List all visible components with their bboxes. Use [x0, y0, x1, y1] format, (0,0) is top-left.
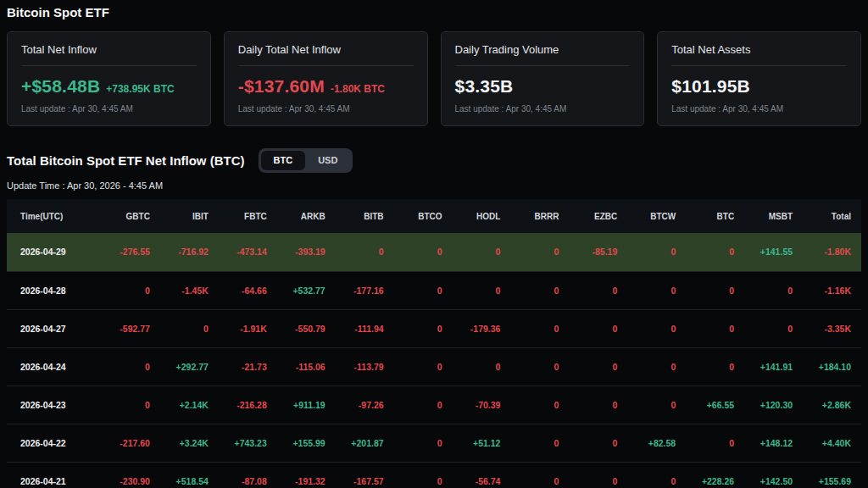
update-time: Update Time : Apr 30, 2026 - 4:45 AM: [7, 180, 861, 191]
card-daily-total-net-inflow: Daily Total Net Inflow -$137.60M -1.80K …: [224, 31, 428, 126]
card-daily-trading-volume: Daily Trading Volume $3.35B Last update …: [441, 31, 645, 126]
cell-value: 0: [686, 347, 744, 385]
toggle-btc-button[interactable]: BTC: [261, 151, 306, 170]
card-value: -$137.60M: [238, 76, 325, 97]
cell-value: 0: [744, 309, 803, 347]
column-header-btc: BTC: [686, 199, 744, 233]
cell-value: 0: [394, 385, 453, 424]
card-last-update: Last update : Apr 30, 4:45 AM: [671, 104, 847, 114]
card-title: Daily Trading Volume: [455, 43, 631, 56]
cell-value: -550.79: [277, 309, 336, 347]
column-header-hodl: HODL: [453, 199, 511, 233]
cell-value: +228.26: [686, 462, 744, 488]
cell-value: -1.80K: [803, 233, 861, 271]
card-total-net-inflow: Total Net Inflow +$58.48B +738.95K BTC L…: [7, 31, 211, 126]
header-row: Time(UTC)GBTCIBITFBTCARKBBITBBTCOHODLBRR…: [7, 199, 861, 233]
column-header-arkb: ARKB: [277, 199, 336, 233]
cell-value: -216.28: [219, 385, 277, 424]
cell-value: 0: [394, 462, 453, 488]
cell-value: +184.10: [803, 347, 861, 385]
cell-value: -179.36: [453, 309, 511, 347]
row-date: 2026-04-27: [7, 309, 102, 347]
cell-value: 0: [394, 271, 453, 309]
cell-value: -64.66: [219, 271, 277, 309]
column-header-ibit: IBIT: [160, 199, 219, 233]
cell-value: +743.23: [219, 424, 277, 462]
row-date: 2026-04-28: [7, 271, 102, 309]
cell-value: -111.94: [336, 309, 394, 347]
section-title: Total Bitcoin Spot ETF Net Inflow (BTC): [7, 153, 245, 168]
page-title: Bitcoin Spot ETF: [7, 5, 861, 19]
table-row: 2026-04-29-276.55-716.92-473.14-393.1900…: [7, 233, 861, 271]
cell-value: 0: [394, 347, 453, 385]
cell-value: -177.16: [336, 271, 394, 309]
cell-value: +141.91: [744, 347, 803, 385]
cell-value: -115.06: [277, 347, 336, 385]
cell-value: +911.19: [277, 385, 336, 424]
table-row: 2026-04-27-592.770-1.91K-550.79-111.940-…: [7, 309, 861, 347]
cell-value: +155.69: [803, 462, 861, 488]
cell-value: -473.14: [219, 233, 277, 271]
cell-value: -191.32: [277, 462, 336, 488]
row-date: 2026-04-22: [7, 424, 102, 462]
cell-value: 0: [627, 233, 686, 271]
bitcoin-spot-etf-page: Bitcoin Spot ETF Total Net Inflow +$58.4…: [0, 0, 868, 488]
toggle-usd-button[interactable]: USD: [305, 151, 350, 170]
table-row: 2026-04-22-217.60+3.24K+743.23+155.99+20…: [7, 424, 861, 462]
cell-value: 0: [686, 424, 744, 462]
divider: [455, 65, 631, 66]
cell-value: 0: [336, 233, 394, 271]
cell-value: -113.79: [336, 347, 394, 385]
row-date: 2026-04-24: [7, 347, 102, 385]
table-row: 2026-04-240+292.77-21.73-115.06-113.7900…: [7, 347, 861, 385]
cell-value: 0: [627, 385, 686, 424]
cell-value: 0: [686, 309, 744, 347]
cell-value: -56.74: [453, 462, 511, 488]
cell-value: 0: [510, 385, 569, 424]
cell-value: +155.99: [277, 424, 336, 462]
cell-value: +532.77: [277, 271, 336, 309]
cell-value: 0: [510, 233, 569, 271]
etf-table-body: 2026-04-29-276.55-716.92-473.14-393.1900…: [7, 233, 861, 488]
card-last-update: Last update : Apr 30, 4:45 AM: [455, 104, 631, 114]
cell-value: 0: [453, 271, 511, 309]
card-value: $101.95B: [671, 76, 750, 97]
cell-value: +82.58: [627, 424, 686, 462]
column-header-gbtc: GBTC: [102, 199, 160, 233]
card-sub-value: -1.80K BTC: [331, 83, 385, 95]
row-date: 2026-04-23: [7, 385, 102, 424]
table-row: 2026-04-280-1.45K-64.66+532.77-177.16000…: [7, 271, 861, 309]
cell-value: -217.60: [102, 424, 160, 462]
cell-value: +142.50: [744, 462, 803, 488]
cell-value: 0: [510, 462, 569, 488]
cell-value: +51.12: [453, 424, 511, 462]
cell-value: 0: [744, 271, 803, 309]
cell-value: +2.14K: [160, 385, 219, 424]
card-last-update: Last update : Apr 30, 4:45 AM: [21, 104, 197, 114]
cell-value: 0: [510, 424, 569, 462]
cell-value: 0: [686, 271, 744, 309]
cell-value: 0: [627, 347, 686, 385]
cell-value: 0: [686, 233, 744, 271]
cell-value: +518.54: [160, 462, 219, 488]
column-header-btcw: BTCW: [627, 199, 686, 233]
cell-value: 0: [569, 462, 627, 488]
cell-value: +4.40K: [803, 424, 861, 462]
cell-value: 0: [453, 233, 511, 271]
cell-value: 0: [627, 271, 686, 309]
cell-value: 0: [510, 309, 569, 347]
table-row: 2026-04-21-230.90+518.54-87.08-191.32-16…: [7, 462, 861, 488]
cell-value: -592.77: [102, 309, 160, 347]
cell-value: +2.86K: [803, 385, 861, 424]
column-header-ezbc: EZBC: [569, 199, 627, 233]
cell-value: 0: [569, 271, 627, 309]
cell-value: 0: [394, 309, 453, 347]
cell-value: +141.55: [744, 233, 803, 271]
cell-value: -85.19: [569, 233, 627, 271]
card-title: Total Net Assets: [671, 43, 847, 56]
cell-value: +201.87: [336, 424, 394, 462]
cell-value: 0: [627, 309, 686, 347]
cell-value: 0: [569, 385, 627, 424]
row-date: 2026-04-29: [7, 233, 102, 271]
divider: [671, 65, 847, 66]
